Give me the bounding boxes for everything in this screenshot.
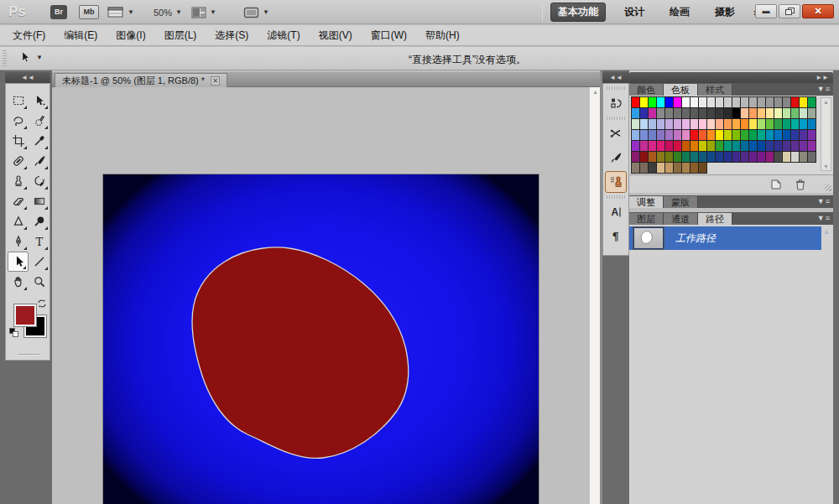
paragraph-panel-panel-button[interactable]: ¶ <box>605 226 627 247</box>
color-wells <box>9 300 48 339</box>
direct-selection-tool[interactable] <box>8 252 29 272</box>
zoom-tool[interactable] <box>29 272 50 292</box>
close-button[interactable]: ✕ <box>802 4 834 18</box>
bridge-button[interactable]: Br <box>50 5 67 19</box>
minimize-button[interactable]: ▬ <box>755 4 777 18</box>
character-panel-panel-button[interactable]: A <box>605 201 627 223</box>
mini-bridge-button[interactable]: Mb <box>79 5 99 19</box>
color-swatch[interactable] <box>807 118 816 130</box>
swatches-panel-footer <box>629 174 833 193</box>
quick-selection-tool[interactable] <box>29 111 50 131</box>
history-brush-tool[interactable] <box>29 171 50 191</box>
panel-menu-icon[interactable]: ▼≡ <box>817 85 831 93</box>
adjustments-tab[interactable]: 调整 <box>629 196 664 208</box>
workspace-button[interactable]: 绘画 <box>663 3 696 21</box>
zoom-level-control[interactable]: 50% ▼ <box>154 5 182 19</box>
scroll-down-icon[interactable]: ▼ <box>821 164 831 169</box>
canvas-image[interactable] <box>103 174 539 504</box>
line-shape-tool[interactable] <box>29 252 50 272</box>
menu-item[interactable]: 选择(S) <box>206 25 258 46</box>
current-tool-chip[interactable]: ▼ <box>18 50 43 65</box>
tab-close-icon[interactable]: ✕ <box>211 76 220 86</box>
swatches-tab[interactable]: 颜色 <box>629 84 664 96</box>
color-swatch[interactable] <box>807 96 816 108</box>
move-tool[interactable] <box>29 91 50 111</box>
history-panel-button[interactable] <box>605 92 627 114</box>
view-extras-button[interactable]: ▼ <box>107 5 134 19</box>
clone-source-panel-button[interactable] <box>605 171 627 193</box>
menu-item[interactable]: 图像(I) <box>107 25 154 46</box>
color-swatch[interactable] <box>807 140 816 152</box>
new-swatch-icon[interactable] <box>769 179 783 190</box>
brush-panel-panel-button[interactable] <box>605 147 627 169</box>
work-path-row[interactable]: 工作路径 <box>629 226 821 250</box>
layers-tab[interactable]: 图层 <box>629 213 664 225</box>
pen-tool[interactable] <box>8 231 29 252</box>
move-icon <box>33 94 46 107</box>
paragraph-panel-icon: ¶ <box>609 230 623 243</box>
character-panel-icon: A <box>609 205 623 219</box>
adjustments-tab[interactable]: 蒙版 <box>664 196 698 208</box>
restore-button[interactable] <box>779 4 800 18</box>
menu-item[interactable]: 编辑(E) <box>55 25 107 46</box>
spot-healing-brush-tool[interactable] <box>8 151 29 171</box>
clone-stamp-tool[interactable] <box>8 171 29 191</box>
color-swatch[interactable] <box>807 151 816 163</box>
panel-menu-icon[interactable]: ▼≡ <box>817 214 831 222</box>
menu-item[interactable]: 视图(V) <box>310 25 362 46</box>
hand-tool[interactable] <box>8 272 29 292</box>
path-thumbnail[interactable] <box>633 227 664 249</box>
collapsed-panel-dock: ◄◄ A¶ <box>602 70 629 504</box>
zoom-level-value[interactable]: 50% <box>154 8 172 18</box>
color-swatch[interactable] <box>807 129 816 141</box>
menu-item[interactable]: 图层(L) <box>155 25 206 46</box>
lasso-tool[interactable] <box>8 111 29 131</box>
workspace-button[interactable]: 基本功能 <box>550 3 606 22</box>
scroll-up-icon[interactable]: ▲ <box>823 228 830 236</box>
menu-item[interactable]: 帮助(H) <box>416 25 469 46</box>
swatches-tab[interactable]: 样式 <box>698 84 732 96</box>
brush-tool[interactable] <box>29 151 50 171</box>
workspace-button[interactable]: 摄影 <box>708 3 742 21</box>
delete-swatch-icon[interactable] <box>795 179 806 191</box>
scroll-up-icon[interactable]: ▲ <box>821 99 831 105</box>
screen-mode-button[interactable]: ▼ <box>243 5 269 19</box>
crop-tool[interactable] <box>8 131 29 151</box>
collapse-toolbox-button[interactable]: ◄◄ <box>5 72 50 83</box>
blur-tool[interactable] <box>8 211 29 231</box>
type-tool[interactable]: T <box>29 231 50 252</box>
tool-presets-panel-button[interactable] <box>605 122 627 144</box>
color-swatch[interactable] <box>698 162 707 174</box>
expand-panels-button[interactable]: ◄◄ <box>602 72 629 83</box>
collapse-dock-button[interactable]: ►► <box>629 72 833 83</box>
menu-item[interactable]: 滤镜(T) <box>258 25 309 46</box>
color-swatch[interactable] <box>807 107 816 119</box>
canvas-vertical-scrollbar[interactable]: ▲ <box>589 87 600 504</box>
work-path-shape[interactable] <box>103 174 539 504</box>
photoshop-logo: Ps <box>8 3 26 20</box>
default-colors-icon[interactable] <box>9 328 18 337</box>
swap-colors-icon[interactable] <box>37 299 47 311</box>
gradient-tool[interactable] <box>29 191 50 211</box>
layers-tab[interactable]: 路径 <box>698 213 732 225</box>
swatches-scrollbar[interactable]: ▲ ▼ <box>821 97 831 171</box>
arrange-documents-button[interactable]: ▼ <box>191 5 216 19</box>
clone-source-icon <box>608 175 623 189</box>
workspace-button[interactable]: 设计 <box>618 3 651 21</box>
menu-item[interactable]: 窗口(W) <box>362 25 416 46</box>
document-tab[interactable]: 未标题-1 @ 50% (图层 1, RGB/8) * ✕ <box>55 73 227 87</box>
panel-menu-icon[interactable]: ▼≡ <box>817 197 831 205</box>
layers-tab[interactable]: 通道 <box>664 213 698 225</box>
eyedropper-tool[interactable] <box>29 131 50 151</box>
eraser-tool[interactable] <box>8 191 29 211</box>
rectangular-marquee-tool[interactable] <box>8 91 29 111</box>
dodge-tool[interactable] <box>29 211 50 231</box>
tool-options-message: “直接选择工具”没有选项。 <box>409 53 526 67</box>
drag-grip[interactable] <box>3 50 7 67</box>
resize-grip[interactable] <box>825 184 831 191</box>
foreground-color-swatch[interactable] <box>14 304 36 326</box>
menu-item[interactable]: 文件(F) <box>3 25 55 46</box>
swatches-panel-body: ▲ ▼ <box>629 96 833 174</box>
canvas-pasteboard[interactable] <box>52 87 589 504</box>
swatches-tab[interactable]: 色板 <box>664 84 698 96</box>
